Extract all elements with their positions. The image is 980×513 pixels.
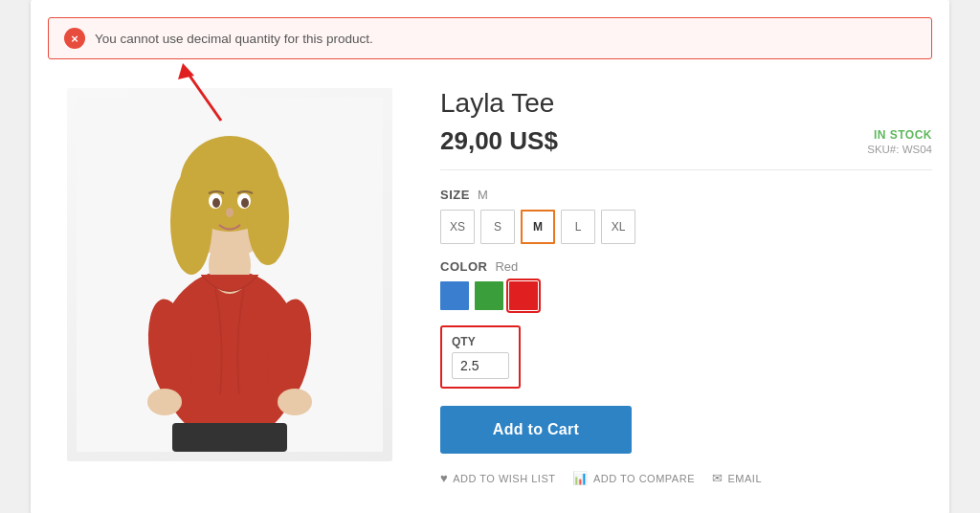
size-swatches: XS S M L XL <box>440 210 932 244</box>
product-image <box>67 88 392 461</box>
error-message: You cannot use decimal quantity for this… <box>95 32 373 46</box>
price-row: 29,00 US$ IN STOCK SKU#: WS04 <box>440 126 932 170</box>
stock-status: IN STOCK <box>867 128 932 142</box>
size-selected-value: M <box>478 188 488 202</box>
svg-point-12 <box>241 198 249 208</box>
wishlist-label: ADD TO WISH LIST <box>453 473 555 484</box>
product-price: 29,00 US$ <box>440 126 558 156</box>
color-selected-value: Red <box>495 259 518 274</box>
email-link[interactable]: ✉ EMAIL <box>712 471 762 485</box>
svg-point-17 <box>278 389 312 415</box>
qty-section: Qty <box>440 325 521 389</box>
size-label: Size <box>440 188 470 202</box>
wishlist-link[interactable]: ♥ ADD TO WISH LIST <box>440 471 555 485</box>
color-swatch-green[interactable] <box>475 281 503 310</box>
svg-point-7 <box>170 169 212 275</box>
product-title: Layla Tee <box>440 88 932 119</box>
error-banner: × You cannot use decimal quantity for th… <box>48 17 932 59</box>
sku-info: SKU#: WS04 <box>867 144 932 155</box>
product-page: × You cannot use decimal quantity for th… <box>31 0 949 513</box>
color-option-row: Color Red <box>440 259 932 310</box>
error-icon: × <box>64 28 85 49</box>
svg-point-11 <box>212 198 220 208</box>
color-swatch-red[interactable] <box>509 281 538 310</box>
size-label-row: Size M <box>440 188 932 202</box>
svg-point-8 <box>247 169 289 265</box>
action-links: ♥ ADD TO WISH LIST 📊 ADD TO COMPARE ✉ EM… <box>440 471 932 485</box>
email-icon: ✉ <box>712 471 724 485</box>
sku-label: SKU#: <box>867 144 899 155</box>
product-area: Layla Tee 29,00 US$ IN STOCK SKU#: WS04 … <box>31 59 949 513</box>
product-image-column <box>48 78 412 485</box>
add-to-cart-button[interactable]: Add to Cart <box>440 406 632 454</box>
size-option-row: Size M XS S M L XL <box>440 188 932 244</box>
product-details-column: Layla Tee 29,00 US$ IN STOCK SKU#: WS04 … <box>412 78 932 485</box>
svg-rect-18 <box>172 423 287 452</box>
size-swatch-m[interactable]: M <box>521 210 555 244</box>
compare-label: ADD TO COMPARE <box>593 473 695 484</box>
color-swatches <box>440 281 932 310</box>
color-label-row: Color Red <box>440 259 932 274</box>
arrow-indicator <box>173 58 231 129</box>
compare-link[interactable]: 📊 ADD TO COMPARE <box>572 471 695 485</box>
svg-point-16 <box>147 389 182 415</box>
qty-input[interactable] <box>452 352 509 379</box>
email-label: EMAIL <box>727 473 762 484</box>
size-swatch-s[interactable]: S <box>480 210 515 244</box>
compare-icon: 📊 <box>572 471 589 485</box>
qty-label: Qty <box>452 335 509 348</box>
svg-point-13 <box>226 208 234 217</box>
color-label: Color <box>440 259 487 274</box>
stock-sku-block: IN STOCK SKU#: WS04 <box>867 128 932 155</box>
color-swatch-blue[interactable] <box>440 281 469 310</box>
heart-icon: ♥ <box>440 471 448 485</box>
size-swatch-l[interactable]: L <box>561 210 595 244</box>
size-swatch-xl[interactable]: XL <box>601 210 635 244</box>
sku-value: WS04 <box>902 144 932 155</box>
svg-line-0 <box>188 73 221 121</box>
size-swatch-xs[interactable]: XS <box>440 210 475 244</box>
